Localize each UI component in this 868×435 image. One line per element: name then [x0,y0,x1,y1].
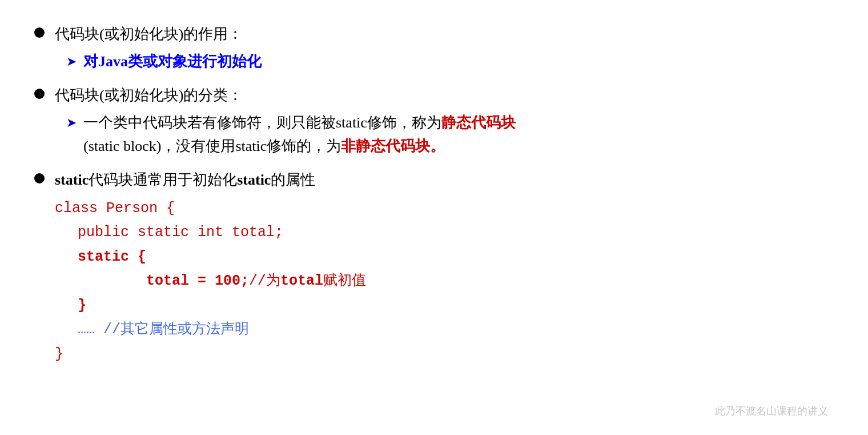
code-line-1: class Person { [55,197,834,221]
bullet1-text: 代码块(或初始化块)的作用： [55,26,243,42]
slide-content: 代码块(或初始化块)的作用： ➤ 对Java类或对象进行初始化 代码块(或初始化… [34,23,834,424]
bullet-dot-1 [34,27,45,38]
bullet3-text1: 代码块通常用于初始化 [89,171,237,188]
highlight-static-block: 静态代码块 [441,114,516,131]
bullet-dot-3 [34,173,45,183]
highlight-non-static-block: 非静态代码块。 [341,138,445,154]
bullet3-text2: 的属性 [271,171,315,188]
bullet-text-1: 代码块(或初始化块)的作用： ➤ 对Java类或对象进行初始化 [55,23,834,74]
arrow-icon-2: ➤ [66,113,77,132]
bullet2-text: 代码块(或初始化块)的分类： [55,87,243,103]
watermark: 此乃不渡名山课程的讲义 [715,404,828,418]
bullet1-sub1-text: 对Java类或对象进行初始化 [83,50,834,74]
code-line-6: …… //其它属性或方法声明 [55,318,834,342]
bullet2-sub1: ➤ 一个类中代码块若有修饰符，则只能被static修饰，称为静态代码块 (sta… [66,111,834,158]
bullet-dot-2 [34,89,45,99]
code-line-7: } [55,342,834,367]
arrow-icon-1: ➤ [66,52,77,71]
code-line-5: } [55,294,834,318]
bullet-item-1: 代码块(或初始化块)的作用： ➤ 对Java类或对象进行初始化 [34,23,834,74]
bullet1-sub1: ➤ 对Java类或对象进行初始化 [66,50,834,74]
bullet-item-2: 代码块(或初始化块)的分类： ➤ 一个类中代码块若有修饰符，则只能被static… [34,84,834,158]
bullet3-static2: static [237,171,271,188]
code-block: class Person { public static int total; … [55,197,834,367]
bullet2-sub1-text: 一个类中代码块若有修饰符，则只能被static修饰，称为静态代码块 (stati… [83,111,834,158]
code-line-3: static { [55,245,834,270]
code-line-2: public static int total; [55,221,834,245]
bullet-text-3: static代码块通常用于初始化static的属性 class Person {… [55,169,834,367]
bullet-item-3: static代码块通常用于初始化static的属性 class Person {… [34,169,834,367]
bullet3-static1: static [55,171,89,188]
bullet-text-2: 代码块(或初始化块)的分类： ➤ 一个类中代码块若有修饰符，则只能被static… [55,84,834,158]
code-line-4: total = 100;//为total赋初值 [55,269,834,294]
